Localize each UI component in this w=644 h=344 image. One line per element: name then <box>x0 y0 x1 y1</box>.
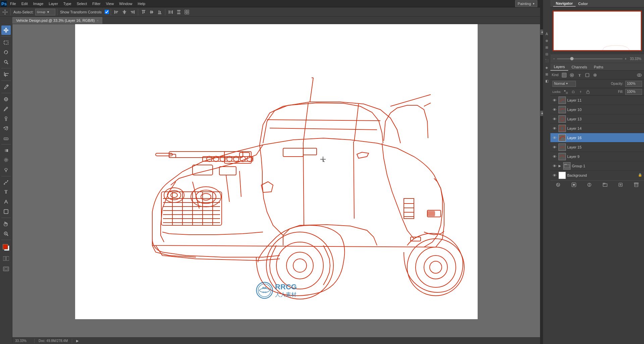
path-selection-tool-icon[interactable] <box>1 197 11 207</box>
zoom-slider-thumb[interactable] <box>570 57 574 60</box>
auto-select-dropdown[interactable]: Group ▼ <box>35 9 55 15</box>
document-tab[interactable]: Vehicle Design.psd @ 33.3% (Layer 16, RG… <box>12 17 102 24</box>
layer-item-layer13[interactable]: 👁 Layer 13 <box>550 114 644 124</box>
layer-item-layer10[interactable]: 👁 Layer 10 <box>550 105 644 114</box>
mini-tool-2[interactable]: ⊕ <box>544 38 550 44</box>
menu-select[interactable]: Select <box>74 0 90 7</box>
move-tool-button[interactable] <box>1 8 9 16</box>
mini-tool-7[interactable]: ⊠ <box>544 71 550 77</box>
distribute-h-button[interactable] <box>167 8 174 16</box>
layer-item-layer16[interactable]: 👁 Layer 16 <box>550 133 644 142</box>
menu-edit[interactable]: Edit <box>19 0 31 7</box>
layer-item-background[interactable]: 👁 Background 🔒 <box>550 171 644 180</box>
gradient-tool-icon[interactable] <box>1 146 11 155</box>
layer-visibility-layer9[interactable]: 👁 <box>552 154 557 159</box>
layer-item-group1[interactable]: 👁 ▶ Group 1 <box>550 161 644 171</box>
quick-mask-mode-icon[interactable] <box>1 254 11 263</box>
new-group-button[interactable] <box>601 181 609 188</box>
zoom-out-icon[interactable]: − <box>553 57 555 61</box>
fill-input[interactable]: 100% <box>625 89 642 95</box>
align-top-button[interactable] <box>140 8 147 16</box>
layer-visibility-layer16[interactable]: 👁 <box>552 135 557 140</box>
mini-tool-1[interactable]: A <box>544 31 550 37</box>
collapse-button[interactable]: ◀ <box>540 30 543 35</box>
workspace-dropdown[interactable]: Painting ▼ <box>515 0 537 7</box>
add-layer-style-button[interactable]: fx <box>554 181 562 188</box>
channels-tab[interactable]: Channels <box>568 64 590 70</box>
layer-item-layer11[interactable]: 👁 Layer 11 <box>550 96 644 105</box>
mini-tool-3[interactable]: ⊞ <box>544 44 550 50</box>
align-bottom-button[interactable] <box>156 8 163 16</box>
collapse-button-2[interactable]: ◀ <box>540 111 543 116</box>
layer-visibility-layer11[interactable]: 👁 <box>552 98 557 103</box>
menu-image[interactable]: Image <box>31 0 46 7</box>
menu-window[interactable]: Window <box>116 0 135 7</box>
filter-smart-object-button[interactable] <box>592 72 598 78</box>
blend-mode-dropdown[interactable]: Normal ▼ <box>552 81 576 87</box>
crop-tool-icon[interactable] <box>1 70 11 79</box>
shape-tool-icon[interactable] <box>1 207 11 216</box>
align-middle-v-button[interactable] <box>148 8 155 16</box>
canvas-area[interactable]: RR CG RRCG 人人素材 <box>12 24 540 337</box>
layer-item-layer9[interactable]: 👁 Layer 9 <box>550 152 644 161</box>
layer-visibility-layer15[interactable]: 👁 <box>552 145 557 150</box>
menu-help[interactable]: Help <box>135 0 148 7</box>
foreground-background-colors[interactable] <box>1 243 11 252</box>
layer-visibility-background[interactable]: 👁 <box>552 173 557 178</box>
zoom-in-icon[interactable]: + <box>625 57 627 61</box>
mini-tool-4[interactable]: ⊟ <box>544 51 550 57</box>
history-brush-tool-icon[interactable] <box>1 124 11 133</box>
align-right-button[interactable] <box>129 8 136 16</box>
lock-image-pixels-icon[interactable] <box>571 89 576 95</box>
zoom-tool-icon[interactable] <box>1 229 11 238</box>
filter-adjustment-button[interactable] <box>569 72 575 78</box>
align-center-h-button[interactable] <box>121 8 128 16</box>
menu-view[interactable]: View <box>103 0 117 7</box>
brush-tool-icon[interactable] <box>1 104 11 114</box>
lasso-tool-icon[interactable] <box>1 48 11 57</box>
add-layer-mask-button[interactable] <box>570 181 578 188</box>
layer-visibility-layer14[interactable]: 👁 <box>552 126 557 131</box>
lock-transparent-pixels-icon[interactable] <box>563 89 569 95</box>
paths-tab[interactable]: Paths <box>591 64 607 70</box>
color-tab[interactable]: Color <box>576 1 591 6</box>
foreground-color-swatch[interactable] <box>3 244 8 249</box>
filter-type-button[interactable]: T <box>576 72 583 78</box>
screen-mode-icon[interactable] <box>1 264 11 274</box>
rectangular-marquee-tool-icon[interactable] <box>1 38 11 47</box>
new-fill-adjustment-layer-button[interactable] <box>586 181 593 188</box>
menu-filter[interactable]: Filter <box>90 0 103 7</box>
status-arrow-button[interactable]: ▶ <box>76 339 79 343</box>
show-transform-checkbox[interactable] <box>105 10 109 14</box>
menu-type[interactable]: Type <box>61 0 74 7</box>
group-expand-arrow-icon[interactable]: ▶ <box>558 164 562 168</box>
tab-close-button[interactable]: × <box>97 19 99 22</box>
layer-visibility-group1[interactable]: 👁 <box>552 163 557 169</box>
quick-selection-tool-icon[interactable] <box>1 57 11 67</box>
layer-visibility-layer13[interactable]: 👁 <box>552 116 557 122</box>
text-tool-icon[interactable]: T <box>1 187 11 197</box>
opacity-input[interactable]: 100% <box>625 81 642 87</box>
layers-tab[interactable]: Layers <box>550 63 568 71</box>
blur-tool-icon[interactable] <box>1 156 11 165</box>
mini-tool-8[interactable]: ◧ <box>544 78 550 84</box>
align-left-button[interactable] <box>113 8 120 16</box>
filter-shape-button[interactable] <box>584 72 591 78</box>
distribute-v-button[interactable] <box>175 8 182 16</box>
layer-item-layer15[interactable]: 👁 Layer 15 <box>550 142 644 152</box>
layer-visibility-layer10[interactable]: 👁 <box>552 107 557 112</box>
filter-toggle[interactable] <box>636 72 643 78</box>
menu-file[interactable]: File <box>7 0 19 7</box>
lock-position-icon[interactable] <box>578 89 583 95</box>
eraser-tool-icon[interactable] <box>1 133 11 143</box>
clone-stamp-tool-icon[interactable] <box>1 114 11 123</box>
mini-tool-6[interactable]: ◈ <box>544 64 550 70</box>
new-layer-button[interactable] <box>617 181 624 188</box>
navigator-tab[interactable]: Navigator <box>553 1 576 7</box>
healing-brush-tool-icon[interactable] <box>1 95 11 104</box>
pen-tool-icon[interactable] <box>1 178 11 187</box>
filter-pixel-button[interactable] <box>561 72 568 78</box>
delete-layer-button[interactable] <box>633 181 640 188</box>
dodge-tool-icon[interactable] <box>1 165 11 175</box>
lock-all-icon[interactable] <box>585 89 591 95</box>
